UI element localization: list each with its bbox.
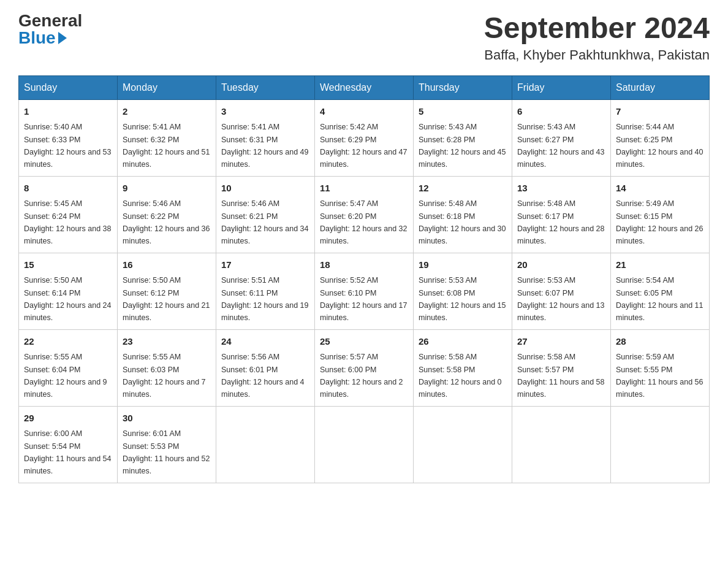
calendar-cell: [414, 406, 512, 483]
calendar-cell: 4 Sunrise: 5:42 AMSunset: 6:29 PMDayligh…: [315, 99, 414, 176]
calendar-cell: 24 Sunrise: 5:56 AMSunset: 6:01 PMDaylig…: [216, 329, 315, 406]
day-number: 22: [24, 335, 112, 349]
week-row-4: 22 Sunrise: 5:55 AMSunset: 6:04 PMDaylig…: [19, 329, 710, 406]
day-info: Sunrise: 5:58 AMSunset: 5:58 PMDaylight:…: [419, 353, 502, 399]
day-number: 20: [517, 258, 605, 272]
header-thursday: Thursday: [414, 75, 512, 99]
day-info: Sunrise: 5:42 AMSunset: 6:29 PMDaylight:…: [320, 123, 407, 169]
calendar-cell: [611, 406, 710, 483]
header-wednesday: Wednesday: [315, 75, 414, 99]
calendar-cell: 17 Sunrise: 5:51 AMSunset: 6:11 PMDaylig…: [216, 253, 315, 329]
day-info: Sunrise: 5:58 AMSunset: 5:57 PMDaylight:…: [517, 353, 604, 399]
header-sunday: Sunday: [19, 75, 118, 99]
day-info: Sunrise: 5:56 AMSunset: 6:01 PMDaylight:…: [221, 353, 305, 399]
week-row-2: 8 Sunrise: 5:45 AMSunset: 6:24 PMDayligh…: [19, 176, 710, 253]
day-number: 16: [123, 258, 211, 272]
logo-general-text: General: [18, 12, 82, 29]
day-number: 25: [320, 335, 408, 349]
day-info: Sunrise: 5:53 AMSunset: 6:07 PMDaylight:…: [517, 276, 604, 322]
day-info: Sunrise: 5:45 AMSunset: 6:24 PMDaylight:…: [24, 199, 111, 245]
calendar-cell: 11 Sunrise: 5:47 AMSunset: 6:20 PMDaylig…: [315, 176, 414, 253]
day-number: 19: [419, 258, 507, 272]
calendar-cell: 7 Sunrise: 5:44 AMSunset: 6:25 PMDayligh…: [611, 99, 710, 176]
week-row-5: 29 Sunrise: 6:00 AMSunset: 5:54 PMDaylig…: [19, 406, 710, 483]
week-row-1: 1 Sunrise: 5:40 AMSunset: 6:33 PMDayligh…: [19, 99, 710, 176]
calendar-cell: 9 Sunrise: 5:46 AMSunset: 6:22 PMDayligh…: [118, 176, 216, 253]
day-info: Sunrise: 5:52 AMSunset: 6:10 PMDaylight:…: [320, 276, 407, 322]
day-number: 10: [221, 182, 309, 196]
day-number: 29: [24, 412, 112, 426]
calendar-cell: 13 Sunrise: 5:48 AMSunset: 6:17 PMDaylig…: [512, 176, 611, 253]
day-info: Sunrise: 5:49 AMSunset: 6:15 PMDaylight:…: [616, 199, 703, 245]
day-number: 17: [221, 258, 309, 272]
calendar-cell: [512, 406, 611, 483]
day-info: Sunrise: 5:41 AMSunset: 6:31 PMDaylight:…: [221, 123, 308, 169]
calendar-cell: [315, 406, 414, 483]
day-number: 1: [24, 105, 112, 119]
day-info: Sunrise: 5:43 AMSunset: 6:27 PMDaylight:…: [517, 123, 604, 169]
calendar-cell: 23 Sunrise: 5:55 AMSunset: 6:03 PMDaylig…: [118, 329, 216, 406]
calendar-cell: 12 Sunrise: 5:48 AMSunset: 6:18 PMDaylig…: [414, 176, 512, 253]
day-info: Sunrise: 5:44 AMSunset: 6:25 PMDaylight:…: [616, 123, 703, 169]
calendar-cell: 22 Sunrise: 5:55 AMSunset: 6:04 PMDaylig…: [19, 329, 118, 406]
day-number: 18: [320, 258, 408, 272]
day-number: 2: [123, 105, 211, 119]
calendar-cell: 21 Sunrise: 5:54 AMSunset: 6:05 PMDaylig…: [611, 253, 710, 329]
day-number: 21: [616, 258, 704, 272]
calendar-cell: 18 Sunrise: 5:52 AMSunset: 6:10 PMDaylig…: [315, 253, 414, 329]
day-info: Sunrise: 6:00 AMSunset: 5:54 PMDaylight:…: [24, 429, 111, 475]
calendar-cell: 15 Sunrise: 5:50 AMSunset: 6:14 PMDaylig…: [19, 253, 118, 329]
day-info: Sunrise: 5:48 AMSunset: 6:17 PMDaylight:…: [517, 199, 604, 245]
calendar-cell: 25 Sunrise: 5:57 AMSunset: 6:00 PMDaylig…: [315, 329, 414, 406]
logo: General Blue: [18, 12, 82, 47]
day-number: 14: [616, 182, 704, 196]
day-info: Sunrise: 5:41 AMSunset: 6:32 PMDaylight:…: [123, 123, 210, 169]
calendar-cell: [216, 406, 315, 483]
day-info: Sunrise: 5:55 AMSunset: 6:04 PMDaylight:…: [24, 353, 107, 399]
calendar-cell: 6 Sunrise: 5:43 AMSunset: 6:27 PMDayligh…: [512, 99, 611, 176]
month-title: September 2024: [484, 12, 710, 45]
day-number: 24: [221, 335, 309, 349]
day-number: 30: [123, 412, 211, 426]
day-info: Sunrise: 5:48 AMSunset: 6:18 PMDaylight:…: [419, 199, 506, 245]
day-number: 3: [221, 105, 309, 119]
day-info: Sunrise: 5:46 AMSunset: 6:22 PMDaylight:…: [123, 199, 210, 245]
day-number: 12: [419, 182, 507, 196]
calendar-cell: 29 Sunrise: 6:00 AMSunset: 5:54 PMDaylig…: [19, 406, 118, 483]
calendar-cell: 2 Sunrise: 5:41 AMSunset: 6:32 PMDayligh…: [118, 99, 216, 176]
location-title: Baffa, Khyber Pakhtunkhwa, Pakistan: [484, 47, 710, 63]
week-row-3: 15 Sunrise: 5:50 AMSunset: 6:14 PMDaylig…: [19, 253, 710, 329]
day-number: 13: [517, 182, 605, 196]
day-info: Sunrise: 5:47 AMSunset: 6:20 PMDaylight:…: [320, 199, 407, 245]
calendar-cell: 3 Sunrise: 5:41 AMSunset: 6:31 PMDayligh…: [216, 99, 315, 176]
day-number: 28: [616, 335, 704, 349]
day-info: Sunrise: 5:57 AMSunset: 6:00 PMDaylight:…: [320, 353, 403, 399]
calendar-cell: 28 Sunrise: 5:59 AMSunset: 5:55 PMDaylig…: [611, 329, 710, 406]
calendar-cell: 26 Sunrise: 5:58 AMSunset: 5:58 PMDaylig…: [414, 329, 512, 406]
calendar-cell: 16 Sunrise: 5:50 AMSunset: 6:12 PMDaylig…: [118, 253, 216, 329]
page-header: General Blue September 2024 Baffa, Khybe…: [18, 12, 710, 63]
day-info: Sunrise: 5:59 AMSunset: 5:55 PMDaylight:…: [616, 353, 703, 399]
calendar-table: Sunday Monday Tuesday Wednesday Thursday…: [18, 75, 710, 483]
calendar-cell: 1 Sunrise: 5:40 AMSunset: 6:33 PMDayligh…: [19, 99, 118, 176]
day-number: 26: [419, 335, 507, 349]
title-section: September 2024 Baffa, Khyber Pakhtunkhwa…: [484, 12, 710, 63]
calendar-cell: 30 Sunrise: 6:01 AMSunset: 5:53 PMDaylig…: [118, 406, 216, 483]
header-saturday: Saturday: [611, 75, 710, 99]
day-number: 6: [517, 105, 605, 119]
calendar-cell: 5 Sunrise: 5:43 AMSunset: 6:28 PMDayligh…: [414, 99, 512, 176]
weekday-header-row: Sunday Monday Tuesday Wednesday Thursday…: [19, 75, 710, 99]
day-number: 8: [24, 182, 112, 196]
day-number: 15: [24, 258, 112, 272]
day-number: 9: [123, 182, 211, 196]
day-info: Sunrise: 5:55 AMSunset: 6:03 PMDaylight:…: [123, 353, 206, 399]
calendar-cell: 19 Sunrise: 5:53 AMSunset: 6:08 PMDaylig…: [414, 253, 512, 329]
day-info: Sunrise: 5:43 AMSunset: 6:28 PMDaylight:…: [419, 123, 506, 169]
calendar-cell: 10 Sunrise: 5:46 AMSunset: 6:21 PMDaylig…: [216, 176, 315, 253]
day-info: Sunrise: 5:46 AMSunset: 6:21 PMDaylight:…: [221, 199, 308, 245]
day-info: Sunrise: 5:50 AMSunset: 6:12 PMDaylight:…: [123, 276, 210, 322]
day-info: Sunrise: 5:51 AMSunset: 6:11 PMDaylight:…: [221, 276, 308, 322]
day-info: Sunrise: 5:40 AMSunset: 6:33 PMDaylight:…: [24, 123, 111, 169]
calendar-cell: 8 Sunrise: 5:45 AMSunset: 6:24 PMDayligh…: [19, 176, 118, 253]
day-info: Sunrise: 6:01 AMSunset: 5:53 PMDaylight:…: [123, 429, 210, 475]
